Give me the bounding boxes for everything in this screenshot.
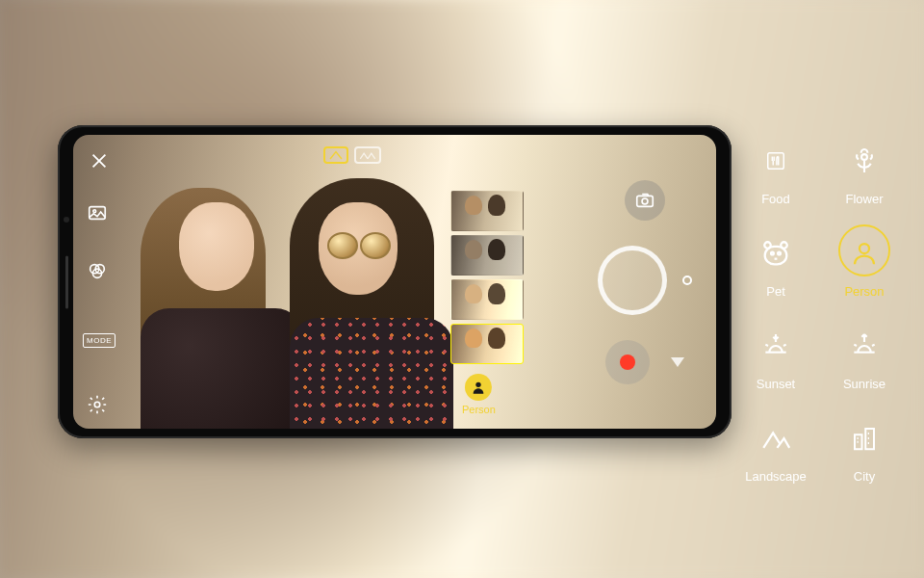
mode-button[interactable]: MODE [83, 333, 116, 348]
scene-label: Sunrise [843, 377, 886, 391]
filter-strip [450, 191, 524, 364]
phone-sensor [64, 217, 69, 223]
scene-label: Landscape [745, 469, 807, 484]
svg-rect-9 [865, 429, 874, 449]
svg-point-4 [781, 242, 787, 249]
viewfinder-subjects [92, 149, 439, 424]
svg-point-1 [861, 154, 867, 160]
svg-point-18 [642, 197, 648, 203]
scene-label: Food [761, 192, 790, 206]
mode-chip-label: MODE [83, 333, 116, 348]
scene-label: Pet [766, 284, 785, 299]
camera-viewfinder: MODE Person [73, 135, 716, 429]
settings-button[interactable] [87, 394, 108, 415]
close-button[interactable] [89, 150, 110, 171]
detected-scene-chip[interactable]: Person [462, 374, 496, 415]
scene-pet[interactable]: Pet [743, 227, 808, 299]
filter-thumb-2[interactable] [450, 235, 524, 276]
svg-point-11 [93, 210, 96, 213]
svg-point-5 [771, 252, 774, 255]
scene-flower[interactable]: Flower [832, 135, 897, 206]
svg-rect-17 [637, 196, 654, 206]
scene-food[interactable]: Food [743, 135, 808, 206]
switch-camera-button[interactable] [625, 180, 665, 221]
landscape-icon [757, 419, 795, 458]
food-icon [757, 142, 795, 180]
scene-city[interactable]: City [832, 412, 897, 484]
sunset-icon [757, 327, 795, 365]
scene-label: Flower [845, 192, 883, 206]
filter-thumb-3[interactable] [450, 279, 524, 320]
gallery-button[interactable] [87, 202, 108, 223]
phone-speaker [65, 255, 68, 308]
scene-sunrise[interactable]: Sunrise [832, 320, 897, 391]
shutter-button[interactable] [598, 246, 667, 315]
svg-point-3 [764, 242, 771, 249]
camera-controls-rail [587, 135, 703, 429]
lens-wide-button[interactable] [354, 146, 381, 164]
record-button[interactable] [605, 340, 650, 384]
scene-landscape[interactable]: Landscape [743, 412, 808, 484]
scene-label: Sunset [757, 377, 795, 391]
filter-thumb-4[interactable] [450, 324, 524, 364]
svg-point-6 [778, 252, 781, 255]
svg-point-16 [476, 382, 481, 387]
filters-button[interactable] [87, 260, 108, 281]
phone-device-frame: MODE Person [58, 125, 732, 438]
scene-sunset[interactable]: Sunset [743, 320, 808, 391]
pet-icon [757, 234, 795, 273]
person-icon [465, 374, 492, 401]
svg-rect-0 [768, 153, 784, 170]
scene-palette: Food Flower [743, 135, 897, 484]
city-icon [845, 419, 884, 458]
chevron-down-icon[interactable] [671, 357, 684, 367]
detected-scene-label: Person [462, 404, 496, 415]
scene-person[interactable]: Person [832, 227, 897, 299]
lens-toggle-group [323, 146, 381, 164]
scene-label: City [854, 469, 875, 484]
lens-standard-button[interactable] [323, 146, 348, 164]
scene-label: Person [844, 284, 884, 299]
filter-thumb-1[interactable] [450, 191, 524, 231]
svg-point-15 [94, 402, 100, 407]
flower-icon [845, 142, 884, 180]
selection-ring [838, 224, 890, 276]
record-icon [620, 355, 635, 370]
sunrise-icon [845, 327, 884, 365]
focus-indicator-icon [682, 276, 692, 285]
